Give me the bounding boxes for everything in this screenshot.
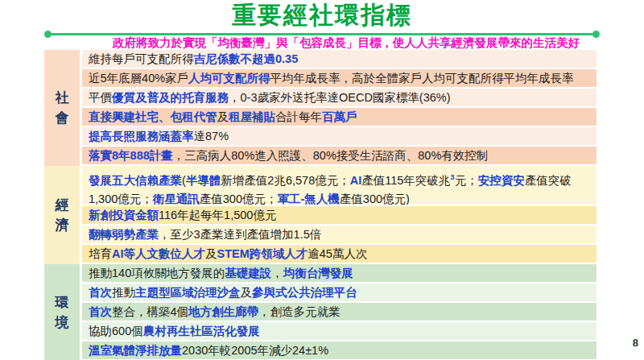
slide-subtitle: 政府將致力於實現「均衡臺灣」與「包容成長」目標，使人人共享經濟發展帶來的生活美好 [56,36,636,50]
page-number: 8 [633,337,638,349]
indicator-row: 提高長照服務涵蓋率達87% [82,127,597,145]
indicator-text-segment: 落實8年888計畫 [89,149,173,162]
indicator-text-segment: 平均年成長率，高於全體家戶人均可支配所得平均年成長率 [270,72,574,85]
indicator-text-segment: 逾45萬人次 [308,247,367,260]
group-label-char: 境 [56,312,69,333]
indicator-text-segment: 軍工-無人機 [278,192,340,205]
indicator-text-segment: 維持每戶可支配所得 [89,52,194,65]
row-group-rows-economy: 發展五大信賴產業(半導體新增產值2兆6,578億元；AI產值115年突破兆3元；… [82,166,597,264]
indicator-row: 發展五大信賴產業(半導體新增產值2兆6,578億元；AI產值115年突破兆3元；… [82,166,597,205]
indicator-text-segment: AI [350,174,362,187]
indicator-row: 協助600個農村再生社區活化發展 [82,322,597,340]
indicator-row: 翻轉弱勢產業，至少3產業達到產值增加1.5倍 [82,226,597,243]
indicator-text-segment: 百萬戶 [322,110,357,123]
indicator-text-segment: 產值300億元) [340,192,410,205]
indicator-text-segment: 安控資安 [478,174,525,187]
indicator-text-segment: 平價 [89,91,112,104]
indicator-row: 近5年底層40%家戶人均可支配所得平均年成長率，高於全體家戶人均可支配所得平均年… [82,69,597,87]
indicator-text-segment: 主題型區域治理沙盒 [135,286,241,299]
indicator-text-segment: STEM跨領域人才 [217,247,308,260]
title-divider [47,33,593,35]
row-group-economy: 經濟發展五大信賴產業(半導體新增產值2兆6,578億元；AI產值115年突破兆3… [44,166,597,264]
indicator-text-segment: 基礎建設 [225,267,271,279]
row-group-label-economy: 經濟 [44,166,80,264]
indicator-text-segment: 發展五大信賴產業 [89,174,182,187]
indicator-text-segment: 整合，構築4個 [112,305,188,318]
indicator-row: 溫室氣體淨排放量2030年較2005年減少24±1% [82,341,597,359]
indicator-text-segment: 及 [241,286,253,299]
group-label-char: 經 [56,195,69,215]
group-label-char: 會 [56,108,69,128]
indicator-text-segment: 溫室氣體淨排放量 [89,344,182,357]
indicator-text-segment: 合計每年 [275,110,322,123]
indicator-text-segment: 翻轉弱勢產業 [89,228,159,241]
group-label-char: 濟 [56,215,69,235]
indicator-text-segment: 2030年較2005年減少24±1% [182,344,328,357]
indicator-text-segment: 人均可支配所得 [188,72,270,85]
indicator-text-segment: 農村再生社區活化發展 [143,325,260,337]
indicator-row: 落實8年888計畫，三高病人80%進入照護、80%接受生活諮商、80%有效控制 [82,147,597,164]
indicator-text-segment: 衛星通訊 [153,192,200,205]
group-label-char: 環 [56,292,69,312]
indicator-row: 新創投資金額116年起每年1,500億元 [82,206,597,224]
indicator-text-segment: 新創投資金額 [89,209,159,221]
indicator-row: 平價優質及普及的托育服務，0-3歲家外送托率達OECD國家標準(36%) [82,89,597,106]
row-group-label-society: 社會 [44,50,80,166]
indicator-text-segment: 參與式公共治理平台 [252,286,357,299]
indicator-text-segment: 優質及普及的托育服務 [112,91,229,104]
indicator-text-segment: ，至少3產業達到產值增加1.5倍 [159,228,321,241]
indicator-text-segment: 地方創生廊帶 [188,305,258,318]
indicator-text-segment: 元； [455,174,478,187]
indicator-text-segment: 吉尼係數不超過0.35 [194,52,299,65]
indicator-text-segment: 提高長照服務涵蓋率 [89,130,194,143]
indicator-text-segment: 租屋補貼 [229,110,275,123]
indicator-row: 首次整合，構築4個地方創生廊帶，創造多元就業 [82,303,597,321]
row-group-environment: 環境推動140項攸關地方發展的基礎建設，均衡台灣發展首次推動主題型區域治理沙盒及… [44,264,597,360]
indicator-text-segment: 推動140項攸關地方發展的 [89,267,225,279]
indicator-text-segment: 協助600個 [89,325,143,337]
slide: 重要經社環指標 政府將致力於實現「均衡臺灣」與「包容成長」目標，使人人共享經濟發… [0,0,644,360]
indicator-text-segment: ， [271,267,283,279]
indicator-row: 維持每戶可支配所得吉尼係數不超過0.35 [82,50,597,68]
indicator-text-segment: 116年起每年1,500億元 [159,209,276,221]
indicator-text-segment: ，三高病人80%進入照護、80%接受生活諮商、80%有效控制 [173,149,489,162]
row-group-rows-environment: 推動140項攸關地方發展的基礎建設，均衡台灣發展首次推動主題型區域治理沙盒及參與… [82,264,597,360]
indicator-text-segment: 培育 [89,247,112,260]
row-group-society: 社會維持每戶可支配所得吉尼係數不超過0.35近5年底層40%家戶人均可支配所得平… [44,50,597,166]
indicator-text-segment: 推動 [112,286,135,299]
indicator-row: 直接興建社宅、包租代管及租屋補貼合計每年百萬戶 [82,108,597,126]
indicator-text-segment: 達87% [194,130,229,143]
indicator-text-segment: 直接興建社宅、包租代管 [89,110,217,123]
indicator-text-segment: AI等人文數位人才 [112,247,205,260]
indicator-text-segment: 產值115年突破兆 [361,174,450,187]
indicator-row: 推動140項攸關地方發展的基礎建設，均衡台灣發展 [82,264,597,282]
group-label-char: 社 [56,88,69,108]
row-group-label-environment: 環境 [44,264,80,360]
indicator-text-segment: 及 [205,247,217,260]
indicator-text-segment: 新增產值2兆6,578億元； [221,174,349,187]
indicator-text-segment: 產值300億元； [200,192,278,205]
indicator-row: 培育AI等人文數位人才及STEM跨領域人才逾45萬人次 [82,245,597,263]
indicator-text-segment: 半導體 [186,174,221,187]
indicator-text-segment: ，創造多元就業 [258,305,341,318]
indicator-text-segment: 近5年底層40%家戶 [89,72,188,85]
row-group-rows-society: 維持每戶可支配所得吉尼係數不超過0.35近5年底層40%家戶人均可支配所得平均年… [82,50,597,166]
indicator-text-segment: 首次 [89,305,112,318]
indicator-table: 社會維持每戶可支配所得吉尼係數不超過0.35近5年底層40%家戶人均可支配所得平… [44,50,597,360]
indicator-row: 首次推動主題型區域治理沙盒及參與式公共治理平台 [82,283,597,301]
indicator-text-segment: 首次 [89,286,112,299]
indicator-text-segment: ，0-3歲家外送托率達OECD國家標準(36%) [229,91,451,104]
page-title: 重要經社環指標 [0,0,644,31]
indicator-text-segment: 均衡台灣發展 [283,267,353,279]
indicator-text-segment: 及 [217,110,229,123]
